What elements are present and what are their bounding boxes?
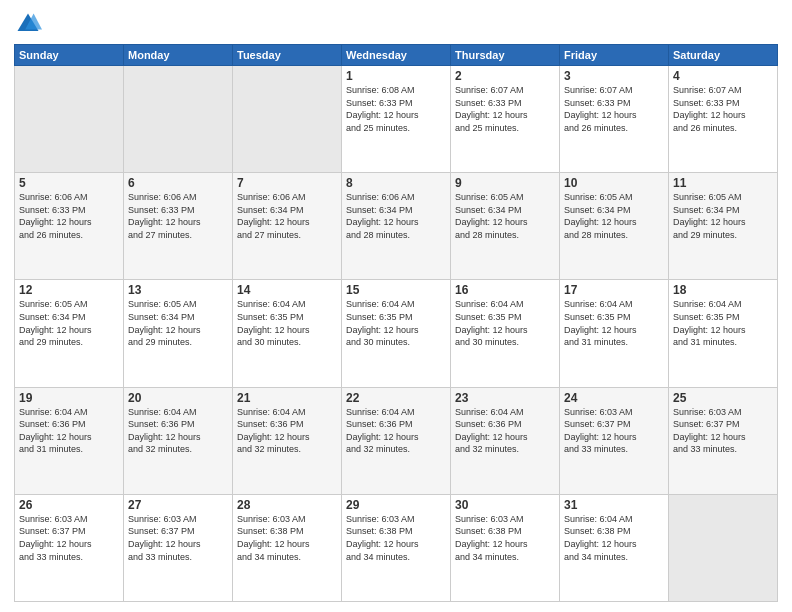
day-info: Sunrise: 6:04 AM Sunset: 6:35 PM Dayligh… bbox=[673, 298, 773, 348]
day-cell: 1Sunrise: 6:08 AM Sunset: 6:33 PM Daylig… bbox=[342, 66, 451, 173]
day-cell: 24Sunrise: 6:03 AM Sunset: 6:37 PM Dayli… bbox=[560, 387, 669, 494]
day-cell bbox=[15, 66, 124, 173]
day-info: Sunrise: 6:03 AM Sunset: 6:38 PM Dayligh… bbox=[346, 513, 446, 563]
page: SundayMondayTuesdayWednesdayThursdayFrid… bbox=[0, 0, 792, 612]
day-header-tuesday: Tuesday bbox=[233, 45, 342, 66]
day-info: Sunrise: 6:05 AM Sunset: 6:34 PM Dayligh… bbox=[673, 191, 773, 241]
day-cell: 11Sunrise: 6:05 AM Sunset: 6:34 PM Dayli… bbox=[669, 173, 778, 280]
day-number: 27 bbox=[128, 498, 228, 512]
day-number: 24 bbox=[564, 391, 664, 405]
day-number: 10 bbox=[564, 176, 664, 190]
day-cell bbox=[124, 66, 233, 173]
day-info: Sunrise: 6:03 AM Sunset: 6:37 PM Dayligh… bbox=[19, 513, 119, 563]
day-cell: 30Sunrise: 6:03 AM Sunset: 6:38 PM Dayli… bbox=[451, 494, 560, 601]
day-number: 13 bbox=[128, 283, 228, 297]
day-cell: 21Sunrise: 6:04 AM Sunset: 6:36 PM Dayli… bbox=[233, 387, 342, 494]
day-header-friday: Friday bbox=[560, 45, 669, 66]
day-info: Sunrise: 6:06 AM Sunset: 6:34 PM Dayligh… bbox=[346, 191, 446, 241]
day-number: 4 bbox=[673, 69, 773, 83]
day-cell: 22Sunrise: 6:04 AM Sunset: 6:36 PM Dayli… bbox=[342, 387, 451, 494]
day-number: 14 bbox=[237, 283, 337, 297]
day-cell: 16Sunrise: 6:04 AM Sunset: 6:35 PM Dayli… bbox=[451, 280, 560, 387]
header-row: SundayMondayTuesdayWednesdayThursdayFrid… bbox=[15, 45, 778, 66]
week-row-2: 5Sunrise: 6:06 AM Sunset: 6:33 PM Daylig… bbox=[15, 173, 778, 280]
day-cell: 5Sunrise: 6:06 AM Sunset: 6:33 PM Daylig… bbox=[15, 173, 124, 280]
day-number: 15 bbox=[346, 283, 446, 297]
day-cell: 27Sunrise: 6:03 AM Sunset: 6:37 PM Dayli… bbox=[124, 494, 233, 601]
day-info: Sunrise: 6:04 AM Sunset: 6:35 PM Dayligh… bbox=[455, 298, 555, 348]
week-row-5: 26Sunrise: 6:03 AM Sunset: 6:37 PM Dayli… bbox=[15, 494, 778, 601]
header bbox=[14, 10, 778, 38]
day-info: Sunrise: 6:07 AM Sunset: 6:33 PM Dayligh… bbox=[455, 84, 555, 134]
day-number: 25 bbox=[673, 391, 773, 405]
day-cell: 31Sunrise: 6:04 AM Sunset: 6:38 PM Dayli… bbox=[560, 494, 669, 601]
day-info: Sunrise: 6:05 AM Sunset: 6:34 PM Dayligh… bbox=[128, 298, 228, 348]
day-number: 7 bbox=[237, 176, 337, 190]
day-cell: 29Sunrise: 6:03 AM Sunset: 6:38 PM Dayli… bbox=[342, 494, 451, 601]
day-number: 3 bbox=[564, 69, 664, 83]
day-cell: 25Sunrise: 6:03 AM Sunset: 6:37 PM Dayli… bbox=[669, 387, 778, 494]
day-cell: 19Sunrise: 6:04 AM Sunset: 6:36 PM Dayli… bbox=[15, 387, 124, 494]
day-number: 1 bbox=[346, 69, 446, 83]
day-header-saturday: Saturday bbox=[669, 45, 778, 66]
day-number: 19 bbox=[19, 391, 119, 405]
day-info: Sunrise: 6:04 AM Sunset: 6:35 PM Dayligh… bbox=[237, 298, 337, 348]
logo bbox=[14, 10, 44, 38]
day-cell: 28Sunrise: 6:03 AM Sunset: 6:38 PM Dayli… bbox=[233, 494, 342, 601]
day-info: Sunrise: 6:04 AM Sunset: 6:36 PM Dayligh… bbox=[455, 406, 555, 456]
day-number: 12 bbox=[19, 283, 119, 297]
day-number: 9 bbox=[455, 176, 555, 190]
day-number: 23 bbox=[455, 391, 555, 405]
day-number: 17 bbox=[564, 283, 664, 297]
day-cell: 20Sunrise: 6:04 AM Sunset: 6:36 PM Dayli… bbox=[124, 387, 233, 494]
day-number: 22 bbox=[346, 391, 446, 405]
day-info: Sunrise: 6:04 AM Sunset: 6:36 PM Dayligh… bbox=[128, 406, 228, 456]
day-info: Sunrise: 6:04 AM Sunset: 6:35 PM Dayligh… bbox=[564, 298, 664, 348]
day-number: 16 bbox=[455, 283, 555, 297]
day-number: 28 bbox=[237, 498, 337, 512]
day-info: Sunrise: 6:06 AM Sunset: 6:33 PM Dayligh… bbox=[19, 191, 119, 241]
day-cell: 10Sunrise: 6:05 AM Sunset: 6:34 PM Dayli… bbox=[560, 173, 669, 280]
day-header-wednesday: Wednesday bbox=[342, 45, 451, 66]
day-cell: 4Sunrise: 6:07 AM Sunset: 6:33 PM Daylig… bbox=[669, 66, 778, 173]
day-cell: 9Sunrise: 6:05 AM Sunset: 6:34 PM Daylig… bbox=[451, 173, 560, 280]
day-cell: 18Sunrise: 6:04 AM Sunset: 6:35 PM Dayli… bbox=[669, 280, 778, 387]
day-cell: 6Sunrise: 6:06 AM Sunset: 6:33 PM Daylig… bbox=[124, 173, 233, 280]
day-info: Sunrise: 6:08 AM Sunset: 6:33 PM Dayligh… bbox=[346, 84, 446, 134]
day-header-sunday: Sunday bbox=[15, 45, 124, 66]
day-number: 29 bbox=[346, 498, 446, 512]
day-info: Sunrise: 6:03 AM Sunset: 6:37 PM Dayligh… bbox=[673, 406, 773, 456]
day-info: Sunrise: 6:04 AM Sunset: 6:36 PM Dayligh… bbox=[19, 406, 119, 456]
day-number: 21 bbox=[237, 391, 337, 405]
day-cell: 12Sunrise: 6:05 AM Sunset: 6:34 PM Dayli… bbox=[15, 280, 124, 387]
day-info: Sunrise: 6:03 AM Sunset: 6:37 PM Dayligh… bbox=[564, 406, 664, 456]
day-cell: 17Sunrise: 6:04 AM Sunset: 6:35 PM Dayli… bbox=[560, 280, 669, 387]
day-info: Sunrise: 6:04 AM Sunset: 6:38 PM Dayligh… bbox=[564, 513, 664, 563]
day-info: Sunrise: 6:04 AM Sunset: 6:36 PM Dayligh… bbox=[237, 406, 337, 456]
day-cell: 26Sunrise: 6:03 AM Sunset: 6:37 PM Dayli… bbox=[15, 494, 124, 601]
day-cell: 7Sunrise: 6:06 AM Sunset: 6:34 PM Daylig… bbox=[233, 173, 342, 280]
day-number: 8 bbox=[346, 176, 446, 190]
day-number: 26 bbox=[19, 498, 119, 512]
day-info: Sunrise: 6:03 AM Sunset: 6:38 PM Dayligh… bbox=[237, 513, 337, 563]
day-number: 5 bbox=[19, 176, 119, 190]
day-header-thursday: Thursday bbox=[451, 45, 560, 66]
week-row-3: 12Sunrise: 6:05 AM Sunset: 6:34 PM Dayli… bbox=[15, 280, 778, 387]
day-number: 31 bbox=[564, 498, 664, 512]
day-info: Sunrise: 6:06 AM Sunset: 6:34 PM Dayligh… bbox=[237, 191, 337, 241]
logo-icon bbox=[14, 10, 42, 38]
day-header-monday: Monday bbox=[124, 45, 233, 66]
day-info: Sunrise: 6:04 AM Sunset: 6:35 PM Dayligh… bbox=[346, 298, 446, 348]
day-cell: 23Sunrise: 6:04 AM Sunset: 6:36 PM Dayli… bbox=[451, 387, 560, 494]
day-number: 6 bbox=[128, 176, 228, 190]
day-number: 20 bbox=[128, 391, 228, 405]
day-info: Sunrise: 6:05 AM Sunset: 6:34 PM Dayligh… bbox=[19, 298, 119, 348]
day-info: Sunrise: 6:06 AM Sunset: 6:33 PM Dayligh… bbox=[128, 191, 228, 241]
day-info: Sunrise: 6:07 AM Sunset: 6:33 PM Dayligh… bbox=[673, 84, 773, 134]
day-info: Sunrise: 6:04 AM Sunset: 6:36 PM Dayligh… bbox=[346, 406, 446, 456]
day-cell: 14Sunrise: 6:04 AM Sunset: 6:35 PM Dayli… bbox=[233, 280, 342, 387]
day-info: Sunrise: 6:03 AM Sunset: 6:37 PM Dayligh… bbox=[128, 513, 228, 563]
day-cell: 15Sunrise: 6:04 AM Sunset: 6:35 PM Dayli… bbox=[342, 280, 451, 387]
day-number: 30 bbox=[455, 498, 555, 512]
day-number: 2 bbox=[455, 69, 555, 83]
